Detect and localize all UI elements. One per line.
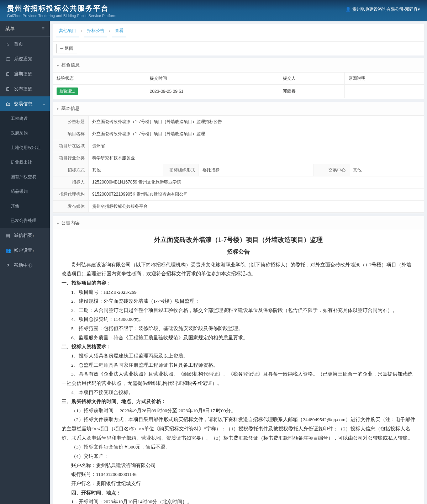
announcement-title: 外立面瓷砖改外墙漆（1-7号楼）项目（外墙改造项目）监理	[62, 234, 415, 246]
sidebar-sub-item[interactable]: 已发公告处理	[0, 213, 50, 228]
back-button[interactable]: ↩ 返回	[56, 44, 77, 53]
sidebar-item-account[interactable]: 👥帐户设置●	[0, 243, 50, 258]
paragraph: 2、总监理工程师具备国家注册监理工程师证书且具备工程师资格。	[62, 361, 415, 370]
basic-table: 公告标题外立面瓷砖改外墙漆（1-7号楼）项目（外墙改造项目）监理招标公告 项目名…	[53, 116, 424, 213]
paragraph: （1）招标获取时间： 2023年9月26日09 时00分至 2023年10月8日…	[62, 406, 415, 415]
users-icon: 👥	[5, 248, 10, 253]
status-badge: 核验通过	[57, 87, 78, 95]
paragraph: 3、具备有效《企业法人营业执照》且营业执照、《组织机构代码证》、《税务登记证》且…	[62, 370, 415, 388]
paragraph: 1、投标人须具备房屋建筑工程监理丙级及以上资质。	[62, 351, 415, 361]
app-title: 贵州省招标投标公共服务平台	[7, 4, 109, 12]
field-value: 91520000722109905K 贵州弘典建设咨询有限公司	[89, 189, 424, 201]
panel-title: 基本信息	[53, 102, 424, 116]
text: （以下简称招标代理机构）受	[131, 262, 196, 267]
sidebar-item-label: 发布提醒	[14, 86, 32, 92]
user-menu[interactable]: 贵州弘典建设咨询有限公司-邓廷容▾	[346, 6, 420, 12]
breadcrumb-sep: ›	[81, 28, 82, 33]
paragraph: 2、建设规模：外立面瓷砖改外墙漆（1-7号楼）项目监理；	[62, 297, 415, 306]
app-subtitle: GuiZhou Province Tendering and Bidding P…	[7, 14, 116, 18]
sidebar-submenu: 工程建设 政府采购 土地使用权出让 矿业权出让 国有产权交易 药品采购 其他 已…	[0, 111, 50, 228]
field-value: 委托招标	[199, 164, 313, 176]
verify-table: 核验状态 提交时间 提交人 原因说明 核验通过 2023-09-25 09:51…	[53, 72, 424, 98]
sidebar-header: 菜单 ≡	[0, 21, 50, 37]
table-cell: 邓廷容	[279, 85, 344, 98]
badge-dot: ●	[32, 234, 35, 238]
sidebar-item-label: 药品采购	[11, 189, 28, 195]
sidebar-sub-item[interactable]: 矿业权出让	[0, 155, 50, 170]
table-header: 核验状态	[53, 73, 146, 85]
sidebar-sub-item[interactable]: 工程建设	[0, 111, 50, 126]
sidebar-item-credit[interactable]: ▤诚信档案●	[0, 228, 50, 243]
menu-toggle-icon[interactable]: ≡	[42, 26, 44, 32]
announcement-body: 外立面瓷砖改外墙漆（1-7号楼）项目（外墙改造项目）监理 招标公告 贵州弘典建设…	[53, 230, 424, 504]
sidebar-header-label: 菜单	[5, 26, 15, 32]
paragraph: 4、项目总投资约：114300.00元。	[62, 315, 415, 324]
chevron-down-icon: ⌄	[43, 102, 46, 106]
sidebar-item-home[interactable]: ⌂首页	[0, 37, 50, 52]
table-row: 核验通过 2023-09-25 09:51 邓廷容	[53, 85, 424, 98]
underline-text: 贵州文化旅游职业学院	[196, 262, 246, 267]
paragraph: 4、本项目不接受联合投标。	[62, 388, 415, 397]
monitor-icon: 🖵	[5, 57, 10, 62]
help-icon: ?	[5, 263, 10, 268]
calendar-icon: 🗓	[5, 86, 10, 92]
breadcrumb: 其他项目 › 招标公告 › 查看	[53, 24, 424, 42]
field-label: 招标代理机构	[53, 189, 89, 201]
sidebar-sub-item[interactable]: 国有产权交易	[0, 170, 50, 184]
field-value: 其他	[89, 164, 163, 176]
panel-basic: 基本信息 公告标题外立面瓷砖改外墙漆（1-7号楼）项目（外墙改造项目）监理招标公…	[53, 102, 424, 213]
sidebar-item-help[interactable]: ?帮助中心	[0, 258, 50, 273]
paragraph: （3）招标文件每套售价￥300元，售后不退。	[62, 442, 415, 452]
paragraph: 3、工期：从合同签订之日起至整个项目竣工验收合格，移交全部监理资料至建设单位及保…	[62, 306, 415, 315]
paragraph: （4）交纳账户：	[62, 452, 415, 461]
paragraph: 贵州弘典建设咨询有限公司（以下简称招标代理机构）受贵州文化旅游职业学院（以下简称…	[62, 260, 415, 278]
field-label: 招标组织形式	[163, 164, 199, 176]
panel-verify: 核验信息 核验状态 提交时间 提交人 原因说明 核验通过 2023-09-25 …	[53, 58, 424, 99]
breadcrumb-sep: ›	[109, 28, 110, 33]
paragraph: 银行账号：11040120030001146	[62, 470, 415, 479]
table-cell	[344, 85, 424, 98]
calendar-icon: 🗓	[5, 71, 10, 77]
breadcrumb-item[interactable]: 招标公告	[84, 28, 107, 37]
breadcrumb-item[interactable]: 其他项目	[56, 28, 79, 37]
sidebar-sub-item[interactable]: 药品采购	[0, 184, 50, 199]
field-label: 招标方式	[53, 164, 89, 176]
field-label: 招标人	[53, 176, 89, 189]
sidebar-item-label: 帮助中心	[14, 262, 32, 269]
sidebar-item-overdue[interactable]: 🗓逾期提醒	[0, 67, 50, 81]
table-header: 提交人	[279, 73, 344, 85]
panel-title: 公告内容	[53, 216, 424, 230]
paragraph: 5、招标范围：包括但不限于：装修阶段、基础设施安装阶段及保修阶段监理。	[62, 324, 415, 333]
paragraph: 1．开标时间：2023年10月10日14时00分（北京时间）。	[62, 497, 415, 504]
sidebar-item-label: 首页	[14, 41, 23, 47]
section-heading: 一、招标项目的内容：	[62, 278, 415, 288]
field-label: 项目所在区域	[53, 140, 89, 152]
panel-content: 公告内容 外立面瓷砖改外墙漆（1-7号楼）项目（外墙改造项目）监理 招标公告 贵…	[53, 216, 424, 504]
breadcrumb-item[interactable]: 查看	[112, 28, 126, 37]
sidebar-item-trade[interactable]: 🗂交易信息⌄	[0, 96, 50, 111]
paragraph: （2）招标文件获取方式；本项目采用邮件形式购买招标文件，请将以下资料发送自招标代…	[62, 415, 415, 442]
sidebar-sub-item[interactable]: 土地使用权出让	[0, 140, 50, 155]
sidebar-item-publish[interactable]: 🗓发布提醒	[0, 81, 50, 96]
sidebar-item-label: 国有产权交易	[11, 174, 36, 180]
field-value: 外立面瓷砖改外墙漆（1-7号楼）项目（外墙改造项目）监理招标公告	[89, 116, 424, 128]
sidebar-item-label: 系统通知	[14, 56, 32, 62]
home-icon: ⌂	[5, 42, 10, 47]
paragraph: 开户行名：贵阳银行世纪城支行	[62, 479, 415, 488]
field-label: 项目名称	[53, 128, 89, 140]
sidebar-item-label: 已发公告处理	[11, 218, 36, 224]
sidebar-sub-item[interactable]: 政府采购	[0, 126, 50, 140]
sidebar-sub-item[interactable]: 其他	[0, 199, 50, 213]
field-value: 其他	[349, 164, 424, 176]
text: （以下简称招标人）的委托，对	[246, 262, 315, 267]
section-heading: 三、购买招标文件的时间、地点、方式及价格：	[62, 397, 415, 406]
table-header: 原因说明	[344, 73, 424, 85]
sidebar: 菜单 ≡ ⌂首页 🖵系统通知 🗓逾期提醒 🗓发布提醒 🗂交易信息⌄ 工程建设 政…	[0, 21, 50, 504]
sidebar-item-notice[interactable]: 🖵系统通知	[0, 52, 50, 67]
sidebar-item-label: 诚信档案	[14, 232, 32, 239]
main-content: 其他项目 › 招标公告 › 查看 ↩ 返回 核验信息 核验状态 提交时间 提交人…	[50, 21, 427, 504]
field-label: 公告标题	[53, 116, 89, 128]
field-value: 贵州省	[89, 140, 424, 152]
sidebar-item-label: 帐户设置	[14, 247, 32, 254]
field-label: 发布媒体	[53, 201, 89, 213]
